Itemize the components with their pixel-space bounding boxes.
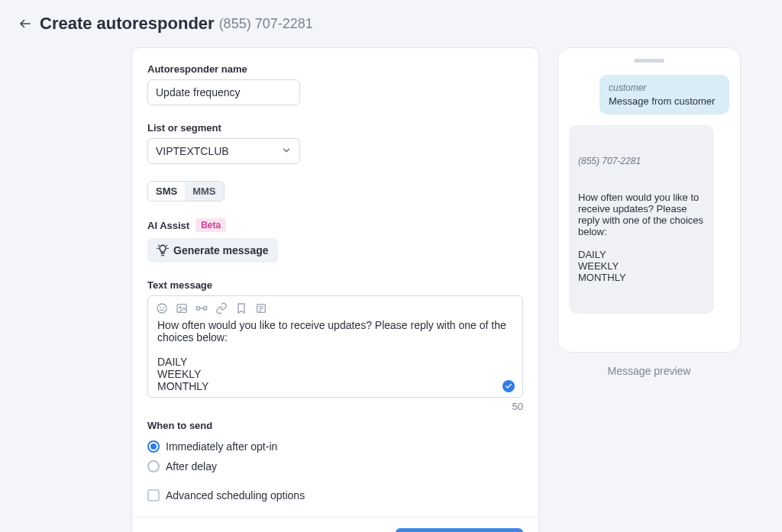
valid-check-icon [502,380,515,392]
link-icon[interactable] [215,302,228,314]
char-count: 50 [147,401,523,412]
editor-toolbar [148,296,522,318]
speaker-notch-icon [634,59,664,63]
merge-field-icon[interactable] [196,302,208,314]
message-type-toggle: SMS MMS [147,181,225,202]
svg-point-6 [157,304,166,313]
message-editor [147,295,523,398]
type-mms[interactable]: MMS [185,182,223,201]
section-name: Autoresponder name [147,63,523,105]
page-title: Create autoresponder [40,14,215,34]
generate-message-button[interactable]: Generate message [147,238,278,263]
message-textarea[interactable] [148,318,522,394]
customer-msg: Message from customer [609,95,720,107]
save-button[interactable]: Save autoresponder [396,528,523,532]
template-icon[interactable] [255,302,267,314]
ai-assist-label: AI Assist [147,220,189,231]
section-list: List or segment VIPTEXTCLUB [147,122,523,164]
emoji-icon[interactable] [156,302,168,314]
textmsg-label: Text message [147,279,523,291]
advanced-checkbox-row[interactable]: Advanced scheduling options [147,489,523,501]
svg-line-5 [166,245,167,246]
svg-point-8 [163,307,164,308]
advanced-label: Advanced scheduling options [166,489,305,501]
section-textmsg: Text message [147,279,523,412]
reply-msg: How often would you like to receive upda… [578,192,705,283]
preview-caption: Message preview [557,365,741,377]
radio-unchecked-icon [147,460,160,472]
page-subtitle-phone: (855) 707-2281 [219,16,313,32]
when-label: When to send [147,420,523,431]
list-selected-value: VIPTEXTCLUB [156,145,229,157]
opt-immediate-label: Immediately after opt-in [166,440,277,453]
section-ai: AI Assist Beta Generate message [147,218,523,263]
svg-point-7 [160,307,161,308]
generate-label: Generate message [173,244,269,256]
list-label: List or segment [147,122,523,134]
chevron-down-icon [281,145,292,158]
opt-delay-label: After delay [166,460,217,472]
svg-line-4 [159,245,160,246]
opt-delay[interactable]: After delay [147,460,523,472]
reply-from: (855) 707-2281 [578,156,705,166]
radio-checked-icon [147,440,160,453]
section-when: When to send Immediately after opt-in Af… [147,420,523,472]
svg-point-10 [179,307,181,308]
checkbox-unchecked-icon [147,489,160,501]
opt-immediate[interactable]: Immediately after opt-in [147,440,523,453]
section-advanced: Advanced scheduling options [147,489,523,501]
name-label: Autoresponder name [147,63,523,75]
svg-rect-12 [204,307,207,310]
svg-rect-11 [196,307,199,310]
list-select[interactable]: VIPTEXTCLUB [147,138,300,164]
arrow-left-icon [18,17,32,31]
reply-bubble: (855) 707-2281 How often would you like … [569,125,714,314]
device-frame: customer Message from customer (855) 707… [557,47,741,353]
form-card: Autoresponder name List or segment VIPTE… [131,47,539,532]
type-sms[interactable]: SMS [148,182,185,201]
form-footer: Save autoresponder [132,517,538,532]
preview-panel: customer Message from customer (855) 707… [557,47,741,532]
beta-badge: Beta [196,218,226,232]
back-button[interactable] [17,15,34,32]
lightbulb-icon [157,244,169,256]
section-type: SMS MMS [147,181,523,202]
bookmark-icon[interactable] [235,302,247,314]
customer-from: customer [609,82,720,93]
page-header: Create autoresponder (855) 707-2281 [17,14,767,34]
customer-bubble: customer Message from customer [599,75,729,114]
image-icon[interactable] [176,302,188,314]
name-input[interactable] [147,79,300,105]
